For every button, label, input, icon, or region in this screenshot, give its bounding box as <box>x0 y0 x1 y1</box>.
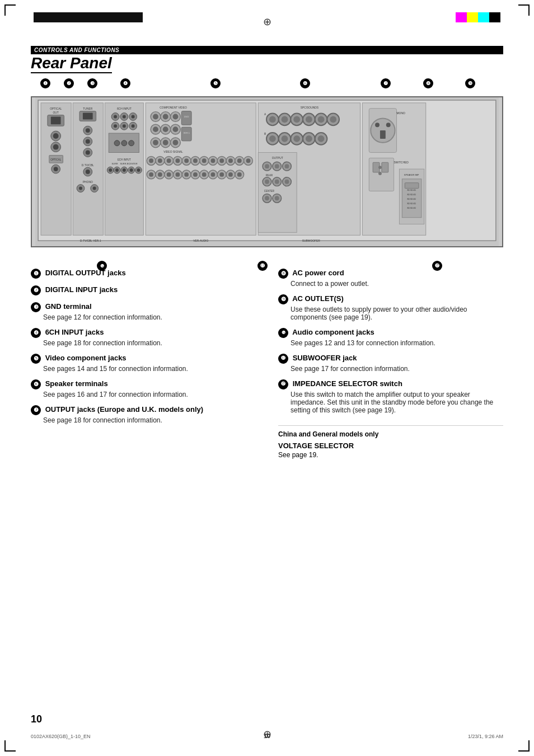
desc-left-col: ❶ DIGITAL OUTPUT jacks ❷ DIGITAL INPUT j… <box>31 269 256 459</box>
svg-point-111 <box>237 158 242 163</box>
desc-item-9: ❾ AC OUTLET(S) Use these outlets to supp… <box>278 294 503 321</box>
desc-item-7: ❼ OUTPUT jacks (Europe and U.K. models o… <box>31 405 256 424</box>
callout-num-4: ❹ <box>120 78 130 88</box>
callout-6-above: ❻ <box>300 78 310 88</box>
svg-point-123 <box>184 172 189 177</box>
callout-num-1: ❶ <box>40 78 50 88</box>
svg-text:SURR: SURR <box>112 162 118 165</box>
svg-point-192 <box>378 172 382 175</box>
desc-title-text-4: 6CH INPUT jacks <box>45 328 104 336</box>
svg-text:CENTER: CENTER <box>264 190 274 192</box>
desc-body-6: See pages 16 and 17 for connection infor… <box>31 391 256 398</box>
svg-text:SPC/SOUNDS: SPC/SOUNDS <box>301 106 319 109</box>
svg-point-119 <box>167 172 171 177</box>
svg-point-99 <box>184 158 189 163</box>
voltage-body: See page 19. <box>278 451 503 459</box>
svg-point-50 <box>129 140 134 146</box>
callout-8-above: ❽ <box>423 78 433 88</box>
desc-num-4: ❹ <box>31 328 41 338</box>
desc-item-12: ⓬ IMPEDANCE SELECTOR switch Use this swi… <box>278 379 503 414</box>
panel-diagram: OPTICAL OUT OPTICAL TUNER <box>31 96 503 247</box>
svg-rect-65 <box>146 103 256 235</box>
color-bar <box>456 12 500 22</box>
svg-point-153 <box>269 135 276 142</box>
svg-point-109 <box>228 158 233 163</box>
svg-point-60 <box>123 168 126 172</box>
page-title: Rear Panel <box>31 54 112 73</box>
callout-num-8: ❽ <box>423 78 433 88</box>
svg-point-172 <box>265 180 269 184</box>
desc-num-1: ❶ <box>31 269 41 279</box>
desc-body-10: See pages 12 and 13 for connection infor… <box>278 339 503 347</box>
desc-title-text-11: SUBWOOFER jack <box>293 354 357 362</box>
desc-num-3: ❸ <box>31 302 41 312</box>
svg-point-150 <box>330 116 336 123</box>
desc-title-4: ❹ 6CH INPUT jacks <box>31 328 256 338</box>
color-black <box>489 12 500 22</box>
callout-7-above: ❼ <box>381 78 391 88</box>
voltage-title: VOLTAGE SELECTOR <box>278 442 503 450</box>
svg-text:6CH INPUT: 6CH INPUT <box>117 107 132 110</box>
descriptions-area: ❶ DIGITAL OUTPUT jacks ❷ DIGITAL INPUT j… <box>31 269 503 459</box>
svg-point-135 <box>237 172 242 177</box>
svg-point-72 <box>173 114 179 120</box>
desc-item-10: ❿ Audio component jacks See pages 12 and… <box>278 328 503 347</box>
desc-title-text-3: GND terminal <box>45 302 92 311</box>
color-cyan <box>478 12 489 22</box>
svg-point-84 <box>153 140 158 145</box>
svg-point-103 <box>202 158 207 163</box>
desc-title-6: ❻ Speaker terminals <box>31 379 256 389</box>
desc-title-10: ❿ Audio component jacks <box>278 328 503 338</box>
desc-title-9: ❾ AC OUTLET(S) <box>278 294 503 304</box>
svg-text:SURR.B: SURR.B <box>120 162 128 165</box>
desc-body-9: Use these outlets to supply power to you… <box>278 306 503 321</box>
svg-rect-198 <box>405 183 419 189</box>
desc-title-text-2: DIGITAL INPUT jacks <box>45 285 118 294</box>
desc-body-7: See page 18 for connection information. <box>31 416 256 424</box>
desc-title-7: ❼ OUTPUT jacks (Europe and U.K. models o… <box>31 405 256 415</box>
svg-point-95 <box>167 158 171 163</box>
desc-title-5: ❺ Video component jacks <box>31 354 256 364</box>
svg-rect-6 <box>51 116 61 124</box>
callout-2-above: ❷ <box>64 78 74 88</box>
svg-point-117 <box>158 172 162 177</box>
svg-point-58 <box>115 168 119 172</box>
svg-point-70 <box>163 114 168 120</box>
corner-mark-tl <box>4 4 16 16</box>
desc-title-12: ⓬ IMPEDANCE SELECTOR switch <box>278 379 503 389</box>
svg-point-144 <box>293 116 300 123</box>
section-label: CONTROLS AND FUNCTIONS <box>31 46 503 54</box>
desc-body-5: See pages 14 and 15 for connection infor… <box>31 365 256 373</box>
desc-item-5: ❺ Video component jacks See pages 14 and… <box>31 354 256 373</box>
svg-point-40 <box>132 115 135 119</box>
svg-point-155 <box>282 135 288 142</box>
svg-text:OPTICAL: OPTICAL <box>50 158 61 161</box>
callout-1-above: ❶ <box>40 78 50 88</box>
desc-right-col: ❽ AC power cord Connect to a power outle… <box>278 269 503 459</box>
svg-text:MONO: MONO <box>397 112 405 115</box>
svg-point-185 <box>375 123 380 127</box>
svg-point-140 <box>269 116 276 123</box>
desc-item-6: ❻ Speaker terminals See pages 16 and 17 … <box>31 379 256 398</box>
desc-num-12: ⓬ <box>278 379 288 389</box>
svg-point-174 <box>275 180 279 184</box>
svg-point-46 <box>132 124 135 128</box>
svg-text:D.TV/CBL: D.TV/CBL <box>82 164 94 167</box>
desc-title-text-5: Video component jacks <box>45 354 127 362</box>
desc-num-9: ❾ <box>278 294 288 304</box>
footer-center: 10 <box>264 732 270 739</box>
svg-point-142 <box>282 116 288 123</box>
svg-point-56 <box>109 168 112 172</box>
callout-3-above: ❸ <box>87 78 97 88</box>
svg-text:VIDEO SIGNAL: VIDEO SIGNAL <box>163 151 183 153</box>
desc-title-2: ❷ DIGITAL INPUT jacks <box>31 285 256 295</box>
desc-body-11: See page 17 for connection information. <box>278 365 503 373</box>
desc-title-text-6: Speaker terminals <box>45 379 108 388</box>
svg-text:8Ω 6Ω 4Ω: 8Ω 6Ω 4Ω <box>407 198 416 200</box>
svg-point-64 <box>137 168 140 172</box>
color-yellow <box>467 12 478 22</box>
svg-text:ECH INPUT: ECH INPUT <box>118 158 131 161</box>
section-label-text: CONTROLS AND FUNCTIONS <box>34 47 119 53</box>
svg-point-169 <box>285 164 289 168</box>
svg-rect-18 <box>83 113 93 120</box>
